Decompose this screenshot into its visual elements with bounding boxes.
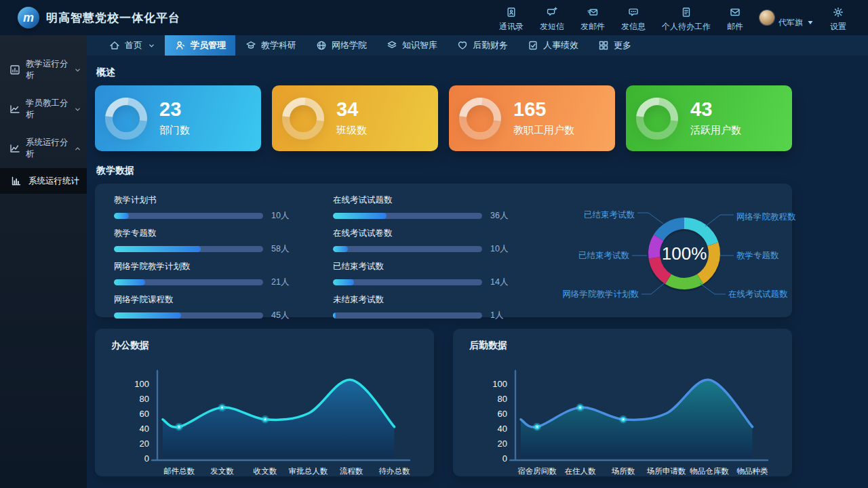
bar-label: 网络学院教学计划数 xyxy=(114,261,333,272)
main-navbar: 首页学员管理教学科研网络学院知识智库后勤财务人事绩效更多 xyxy=(87,35,868,56)
header-action-1[interactable]: 通讯录 xyxy=(492,2,530,34)
bar-label: 教学计划书 xyxy=(114,195,333,206)
nav-item-6[interactable]: 后勤财务 xyxy=(447,35,517,56)
nav-item-8[interactable]: 更多 xyxy=(588,35,641,56)
sidebar-item-label: 教学运行分析 xyxy=(26,58,69,81)
bar-group: 已结束考试数14人 xyxy=(333,261,552,288)
chat-plus-icon xyxy=(546,6,558,19)
nav-item-label: 人事绩效 xyxy=(543,39,578,52)
bar-fill xyxy=(114,279,145,285)
bar-fill xyxy=(333,279,354,285)
sidebar-item-1[interactable]: 教学运行分析 xyxy=(0,50,87,89)
bar-fill xyxy=(333,312,336,319)
bar-group: 在线考试试题数36人 xyxy=(333,195,552,222)
y-tick-label: 0 xyxy=(502,453,507,464)
nav-item-4[interactable]: 网络学院 xyxy=(306,35,376,56)
settings-label: 设置 xyxy=(830,21,846,33)
x-tick-label: 宿舍房间数 xyxy=(517,467,557,475)
sidebar-subitem-3-1[interactable]: 系统运行统计 xyxy=(0,168,87,194)
contact-card-icon xyxy=(505,6,517,19)
y-tick-label: 40 xyxy=(498,424,507,434)
teaching-data-panel: 教学计划书10人教学专题数58人网络学院教学计划数21人网络学院课程数45人 在… xyxy=(95,184,792,317)
y-tick-label: 60 xyxy=(140,409,149,419)
bar-track xyxy=(114,312,263,319)
sidebar-item-2[interactable]: 学员教工分析 xyxy=(0,89,87,129)
teaching-heading: 教学数据 xyxy=(96,165,868,177)
sidebar-item-label: 学员教工分析 xyxy=(26,98,69,121)
stat-ring-icon xyxy=(282,98,324,140)
nav-item-label: 网络学院 xyxy=(332,39,367,52)
performance-icon xyxy=(527,39,539,52)
x-tick-label: 待办总数 xyxy=(379,467,411,475)
gear-icon xyxy=(832,6,844,19)
app-title: 明高智慧党校一体化平台 xyxy=(46,10,180,26)
user-menu[interactable]: 代军旗 xyxy=(753,2,821,30)
logo-letter: m xyxy=(23,11,34,25)
bar-track xyxy=(333,246,482,252)
teaching-bars-left: 教学计划书10人教学专题数58人网络学院教学计划数21人网络学院课程数45人 xyxy=(114,195,333,310)
nav-item-label: 知识智库 xyxy=(402,39,437,52)
stat-value: 165 xyxy=(513,100,574,119)
x-tick-label: 场所数 xyxy=(611,467,635,475)
header-action-2[interactable]: 发短信 xyxy=(533,2,571,34)
nav-item-label: 更多 xyxy=(614,39,631,52)
donut-svg: 网络学院教程数教学专题数在线考试试题数网络学院教学计划数已结束考试数已结束考试数… xyxy=(552,191,816,314)
data-point-core xyxy=(221,407,223,409)
header-action-label: 发信息 xyxy=(621,21,646,33)
header-action-label: 通讯录 xyxy=(499,21,524,33)
header-action-6[interactable]: 邮件 xyxy=(720,2,750,34)
y-tick-label: 20 xyxy=(498,439,507,449)
stat-cards-row: 23部门数34班级数165教职工用户数43活跃用户数 xyxy=(95,85,792,151)
sidebar-item-label: 系统运行分析 xyxy=(26,137,69,160)
stat-ring-icon xyxy=(459,98,501,140)
bar-group: 在线考试试卷数10人 xyxy=(333,228,552,255)
sidebar-subitem-label: 系统运行统计 xyxy=(28,176,79,187)
app-logo-icon: m xyxy=(18,7,39,28)
bar-group: 未结束考试数1人 xyxy=(333,294,552,321)
bar-value: 36人 xyxy=(490,210,508,222)
donut-label: 已结束考试数 xyxy=(584,210,635,220)
nav-item-label: 学员管理 xyxy=(191,39,226,52)
office-area-chart: 020406080100邮件总数发文数收文数审批总人数流程数待办总数 xyxy=(107,353,419,481)
nav-item-1[interactable]: 首页 xyxy=(99,35,165,56)
header-action-label: 邮件 xyxy=(727,21,743,33)
sidebar-item-3[interactable]: 系统运行分析 xyxy=(0,129,87,168)
logistics-area-chart: 020406080100宿舍房间数在住人数场所数场所申请数物品仓库数物品种类 xyxy=(465,353,777,481)
nav-item-label: 教学科研 xyxy=(261,39,296,52)
donut-chart: 网络学院教程数教学专题数在线考试试题数网络学院教学计划数已结束考试数已结束考试数… xyxy=(552,195,816,310)
y-tick-label: 20 xyxy=(140,439,149,449)
bar-fill xyxy=(333,213,387,219)
heart-icon xyxy=(456,39,469,52)
x-tick-label: 流程数 xyxy=(340,467,363,475)
overview-heading: 概述 xyxy=(96,66,868,79)
header-action-5[interactable]: 个人待办工作 xyxy=(655,2,717,34)
stat-card-1: 23部门数 xyxy=(95,85,261,151)
stat-label: 部门数 xyxy=(159,124,190,137)
y-tick-label: 80 xyxy=(498,394,507,404)
donut-segment-6 xyxy=(654,218,684,241)
settings-button[interactable]: 设置 xyxy=(823,2,853,34)
header-action-4[interactable]: 发信息 xyxy=(614,2,652,34)
stat-card-4: 43活跃用户数 xyxy=(626,85,792,151)
line-chart-icon xyxy=(9,103,21,115)
nav-item-3[interactable]: 教学科研 xyxy=(235,35,306,56)
teaching-bars-right: 在线考试试题数36人在线考试试卷数10人已结束考试数14人未结束考试数1人 xyxy=(333,195,552,310)
bar-value: 14人 xyxy=(490,277,508,288)
nav-item-2[interactable]: 学员管理 xyxy=(165,35,235,56)
donut-label: 教学专题数 xyxy=(736,251,779,260)
header-action-3[interactable]: 发邮件 xyxy=(574,2,612,34)
office-panel-title: 办公数据 xyxy=(111,340,422,352)
stat-ring-icon xyxy=(105,98,147,140)
nav-item-5[interactable]: 知识智库 xyxy=(376,35,447,56)
chevron-up-icon xyxy=(74,145,81,152)
top-header: m 明高智慧党校一体化平台 通讯录发短信发邮件发信息个人待办工作邮件 代军旗 设… xyxy=(0,0,868,35)
bar-label: 在线考试试卷数 xyxy=(333,228,552,239)
bar-fill xyxy=(114,213,129,219)
nav-item-7[interactable]: 人事绩效 xyxy=(517,35,588,56)
stat-value: 43 xyxy=(690,100,741,119)
x-tick-label: 收文数 xyxy=(254,467,277,475)
office-data-panel: 办公数据 020406080100邮件总数发文数收文数审批总人数流程数待办总数 xyxy=(95,329,434,476)
stat-label: 班级数 xyxy=(336,124,367,137)
data-point-core xyxy=(178,426,180,428)
header-action-label: 个人待办工作 xyxy=(662,21,711,33)
